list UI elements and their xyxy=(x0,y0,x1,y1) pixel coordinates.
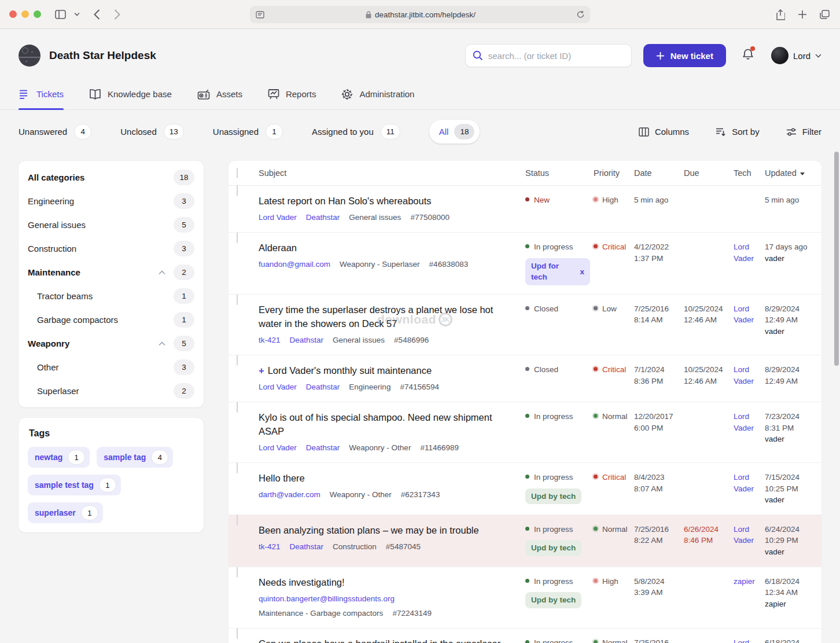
remove-badge-icon[interactable]: x xyxy=(580,266,584,278)
merged-ticket-plus-icon[interactable]: + xyxy=(259,365,264,376)
chevron-up-icon[interactable] xyxy=(159,270,165,275)
column-header-date[interactable]: Date xyxy=(634,161,680,185)
tech-link[interactable]: Lord Vader xyxy=(734,242,754,263)
search-box[interactable] xyxy=(465,44,632,67)
column-header-updated[interactable]: Updated xyxy=(765,161,816,185)
ticket-link[interactable]: Deathstar xyxy=(290,541,324,553)
table-row[interactable]: Every time the superlaser destroys a pla… xyxy=(229,295,821,355)
ticket-subject[interactable]: Been analyzing station plans – we may be… xyxy=(259,524,514,538)
tech-link[interactable]: zapier xyxy=(734,577,755,586)
search-input[interactable] xyxy=(488,51,624,61)
table-row[interactable]: Kylo is out of his special shampoo. Need… xyxy=(229,402,821,463)
ticket-subject[interactable]: Hello there xyxy=(259,472,514,486)
ticket-subject[interactable]: Needs investigating! xyxy=(259,576,514,590)
forward-button[interactable] xyxy=(114,9,120,20)
category-all[interactable]: All categories 18 xyxy=(19,166,204,189)
status-badge[interactable]: Upd by tech xyxy=(525,540,581,556)
ticket-link[interactable]: Lord Vader xyxy=(259,442,297,454)
filter-unclosed[interactable]: Unclosed 13 xyxy=(120,124,184,139)
close-window-button[interactable] xyxy=(9,10,17,18)
row-checkbox[interactable] xyxy=(237,232,238,243)
tab-assets[interactable]: Assets xyxy=(197,80,242,109)
ticket-link[interactable]: Deathstar xyxy=(306,381,340,393)
reload-icon[interactable] xyxy=(577,10,584,19)
status-badge[interactable]: Upd for techx xyxy=(525,258,590,285)
tech-link[interactable]: Lord Vader xyxy=(734,304,754,325)
row-checkbox[interactable] xyxy=(237,462,238,473)
tech-link[interactable]: Lord Vader xyxy=(734,365,754,385)
chevron-up-icon[interactable] xyxy=(159,341,165,346)
category-other[interactable]: Other 3 xyxy=(19,355,204,379)
ticket-link[interactable]: Deathstar xyxy=(306,442,340,454)
row-checkbox[interactable] xyxy=(237,355,238,366)
tag-newtag[interactable]: newtag 1 xyxy=(28,447,90,468)
scrollbar-thumb[interactable] xyxy=(834,152,839,366)
columns-button[interactable]: Columns xyxy=(639,127,689,137)
ticket-link[interactable]: tk-421 xyxy=(259,541,281,553)
zoom-window-button[interactable] xyxy=(34,10,41,18)
tag-superlaser[interactable]: superlaser 1 xyxy=(28,502,103,523)
new-tab-icon[interactable] xyxy=(798,10,807,19)
table-row[interactable]: Latest report on Han Solo's whereabouts … xyxy=(229,186,821,233)
table-row[interactable]: Can we please have a handrail installed … xyxy=(229,629,821,643)
filter-unassigned[interactable]: Unassigned 1 xyxy=(213,124,283,139)
sidebar-chevron-icon[interactable] xyxy=(74,12,80,16)
ticket-link[interactable]: darth@vader.com xyxy=(259,489,320,501)
status-badge[interactable]: Upd by tech xyxy=(525,592,581,608)
status-badge[interactable]: Upd by tech xyxy=(525,488,581,505)
select-all-checkbox[interactable] xyxy=(237,168,238,178)
row-checkbox[interactable] xyxy=(237,402,238,413)
tab-administration[interactable]: Administration xyxy=(341,80,414,109)
sidebar-toggle-icon[interactable] xyxy=(55,10,66,19)
page-scrollbar[interactable] xyxy=(834,30,839,643)
category-garbage-compactors[interactable]: Garbage compactors 1 xyxy=(19,308,204,332)
tab-overview-icon[interactable] xyxy=(820,10,830,19)
minimize-window-button[interactable] xyxy=(21,10,29,18)
column-header-priority[interactable]: Priority xyxy=(594,161,631,185)
category-general-issues[interactable]: General issues 5 xyxy=(19,213,204,237)
category-superlaser[interactable]: Superlaser 2 xyxy=(19,379,204,403)
tech-link[interactable]: Lord Vader xyxy=(734,525,754,545)
back-button[interactable] xyxy=(94,9,100,20)
row-checkbox[interactable] xyxy=(237,515,238,526)
table-row[interactable]: Been analyzing station plans – we may be… xyxy=(229,515,821,567)
new-ticket-button[interactable]: New ticket xyxy=(643,44,726,67)
ticket-subject[interactable]: Kylo is out of his special shampoo. Need… xyxy=(259,411,514,439)
ticket-link[interactable]: Lord Vader xyxy=(259,212,297,223)
sort-by-button[interactable]: Sort by xyxy=(716,127,760,137)
address-bar[interactable]: deathstar.jitbit.com/helpdesk/ xyxy=(250,6,590,23)
row-checkbox[interactable] xyxy=(237,294,238,305)
notifications-button[interactable] xyxy=(742,48,754,63)
category-weaponry[interactable]: Weaponry 5 xyxy=(19,332,204,355)
ticket-subject[interactable]: Every time the superlaser destroys a pla… xyxy=(259,303,514,331)
filter-button[interactable]: Filter xyxy=(786,127,821,137)
ticket-link[interactable]: Deathstar xyxy=(290,335,324,346)
ticket-link[interactable]: tk-421 xyxy=(259,335,281,346)
ticket-subject[interactable]: Alderaan xyxy=(259,241,514,255)
table-row[interactable]: +Lord Vader's monthly suit maintenance L… xyxy=(229,355,821,402)
category-maintenance[interactable]: Maintenance 2 xyxy=(19,260,204,284)
tab-knowledge-base[interactable]: Knowledge base xyxy=(89,80,172,109)
tag-sample-test-tag[interactable]: sample test tag 1 xyxy=(28,475,121,495)
category-construction[interactable]: Construction 3 xyxy=(19,237,204,260)
ticket-link[interactable]: Lord Vader xyxy=(259,381,297,393)
column-header-due[interactable]: Due xyxy=(684,161,730,185)
ticket-subject[interactable]: Can we please have a handrail installed … xyxy=(259,637,514,643)
filter-assigned-to-you[interactable]: Assigned to you 11 xyxy=(312,124,400,139)
tab-reports[interactable]: Reports xyxy=(268,80,316,109)
filter-all[interactable]: All 18 xyxy=(429,120,480,144)
table-row[interactable]: Needs investigating! quinton.bangerter@b… xyxy=(229,567,821,629)
row-checkbox[interactable] xyxy=(237,185,238,196)
reader-view-icon[interactable] xyxy=(256,11,264,19)
user-menu[interactable]: Lord xyxy=(771,47,821,64)
column-header-status[interactable]: Status xyxy=(525,161,590,185)
row-checkbox[interactable] xyxy=(237,628,238,639)
ticket-link[interactable]: Deathstar xyxy=(306,212,340,223)
ticket-subject[interactable]: +Lord Vader's monthly suit maintenance xyxy=(259,364,514,378)
share-icon[interactable] xyxy=(776,9,785,20)
tab-tickets[interactable]: Tickets xyxy=(19,80,64,109)
column-header-tech[interactable]: Tech xyxy=(734,161,761,185)
column-header-subject[interactable]: Subject xyxy=(259,161,522,185)
tech-link[interactable]: Lord Vader xyxy=(734,473,754,493)
ticket-subject[interactable]: Latest report on Han Solo's whereabouts xyxy=(259,194,514,208)
